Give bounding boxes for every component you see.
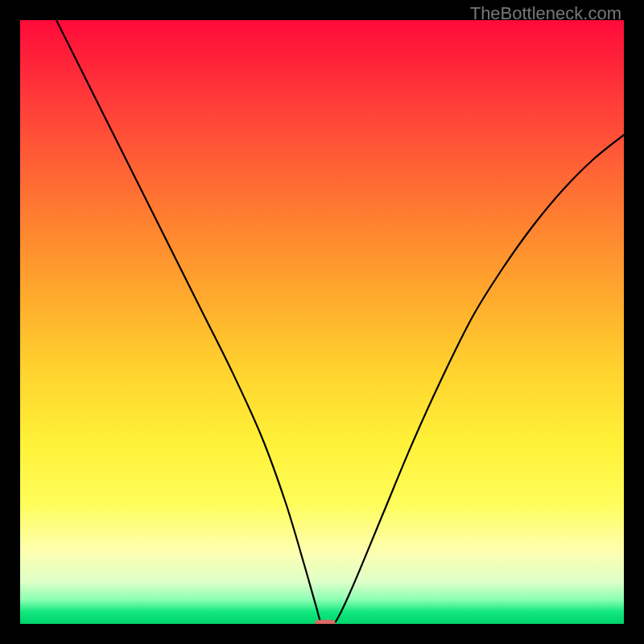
optimum-marker bbox=[315, 620, 336, 624]
watermark-text: TheBottleneck.com bbox=[470, 3, 621, 24]
chart-plot-area bbox=[20, 20, 624, 624]
bottleneck-curve bbox=[20, 20, 624, 624]
